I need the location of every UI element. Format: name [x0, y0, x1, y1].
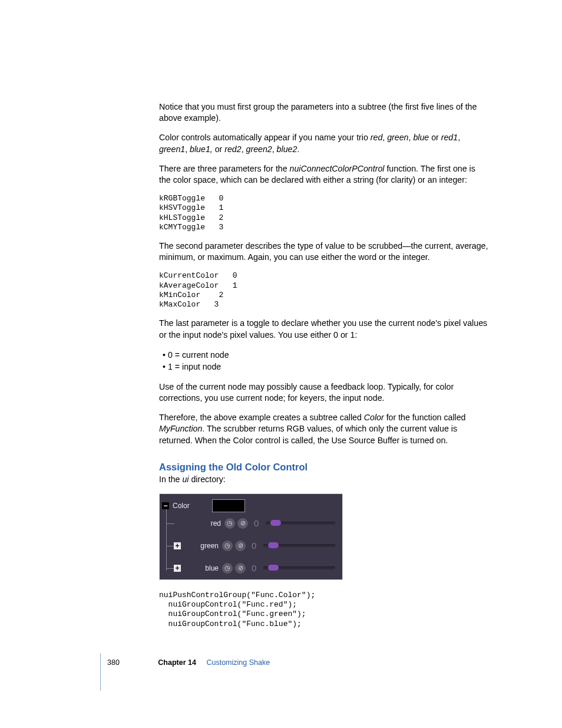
- paragraph: There are three parameters for the nuiCo…: [159, 163, 489, 186]
- term-blue2: blue2: [277, 144, 297, 154]
- color-control-panel: − Color red ◷ ⊘ 0 + green ◷ ⊘ 0 + blue ◷: [159, 493, 343, 580]
- chapter-title: Customizing Shake: [206, 658, 270, 667]
- text: There are three parameters for the: [159, 164, 290, 173]
- term-ui: ui: [182, 475, 189, 484]
- paragraph: The last parameter is a toggle to declar…: [159, 318, 489, 340]
- term-green: green: [387, 133, 408, 142]
- slider-knob[interactable]: [270, 520, 281, 526]
- term-red1: red1: [441, 133, 458, 142]
- page-footer: 380 Chapter 14 Customizing Shake: [107, 658, 270, 667]
- text: In the: [159, 475, 182, 484]
- expand-icon[interactable]: +: [174, 565, 181, 572]
- key-icon[interactable]: ⊘: [235, 541, 246, 551]
- term-green2: green2: [246, 144, 272, 154]
- term-red: red: [371, 133, 383, 142]
- term-red2: red2: [224, 144, 241, 154]
- param-label: green: [193, 542, 219, 550]
- text: or: [429, 133, 441, 142]
- code-block: kRGBToggle 0 kHSVToggle 1 kHLSToggle 2 k…: [159, 194, 489, 232]
- list-item: 1 = input node: [163, 361, 489, 373]
- color-swatch[interactable]: [212, 499, 245, 512]
- text: Therefore, the above example creates a s…: [159, 413, 364, 422]
- text: .: [297, 144, 299, 154]
- clock-icon[interactable]: ◷: [224, 518, 235, 529]
- chapter-label: Chapter 14: [158, 658, 196, 667]
- text: Color controls automatically appear if y…: [159, 133, 371, 142]
- text: ,: [458, 133, 460, 142]
- function-name: nuiConnectColorPControl: [290, 164, 385, 173]
- param-value[interactable]: 0: [252, 541, 256, 551]
- slider[interactable]: [263, 566, 335, 569]
- list-item: 0 = current node: [163, 349, 489, 361]
- term-green1: green1: [159, 144, 185, 154]
- paragraph: Therefore, the above example creates a s…: [159, 412, 489, 446]
- slider[interactable]: [266, 522, 335, 525]
- paragraph: The second parameter describes the type …: [159, 241, 489, 263]
- expand-icon[interactable]: +: [174, 542, 181, 549]
- paragraph: Use of the current node may possibly cau…: [159, 381, 489, 404]
- page-number: 380: [107, 658, 120, 667]
- param-row-green: + green ◷ ⊘ 0: [174, 538, 342, 554]
- key-icon[interactable]: ⊘: [235, 563, 246, 574]
- footer-rule: [100, 653, 101, 691]
- group-label: Color: [173, 502, 190, 510]
- text: ,: [272, 144, 277, 154]
- tree-line: [166, 523, 174, 524]
- tree-line: [166, 546, 174, 546]
- term-myfunction: MyFunction: [159, 424, 202, 433]
- color-group-header[interactable]: − Color: [162, 498, 342, 514]
- term-color: Color: [364, 413, 384, 422]
- slider[interactable]: [263, 544, 335, 547]
- bullet-list: 0 = current node 1 = input node: [159, 349, 489, 373]
- key-icon[interactable]: ⊘: [237, 518, 248, 529]
- slider-knob[interactable]: [268, 542, 279, 548]
- text: ,: [185, 144, 190, 154]
- param-label: blue: [193, 564, 219, 572]
- text: for the function called: [384, 413, 466, 422]
- param-row-red: red ◷ ⊘ 0: [195, 515, 342, 532]
- tree-line: [166, 507, 167, 571]
- text: ,: [242, 144, 246, 154]
- code-block: kCurrentColor 0 kAverageColor 1 kMinColo…: [159, 271, 489, 309]
- section-heading: Assigning the Old Color Control: [159, 462, 489, 473]
- text: . The scrubber returns RGB values, of wh…: [159, 424, 457, 444]
- text: or: [213, 144, 225, 154]
- term-blue1: blue1,: [190, 144, 213, 154]
- code-block: nuiPushControlGroup("Func.Color"); nuiGr…: [159, 591, 489, 629]
- paragraph: In the ui directory:: [159, 474, 489, 485]
- param-label: red: [195, 519, 221, 528]
- clock-icon[interactable]: ◷: [222, 563, 233, 574]
- tree-line: [166, 568, 174, 569]
- term-blue: blue: [413, 133, 429, 142]
- clock-icon[interactable]: ◷: [222, 541, 233, 551]
- paragraph: Notice that you must first group the par…: [159, 101, 489, 124]
- paragraph: Color controls automatically appear if y…: [159, 132, 489, 154]
- page-content: Notice that you must first group the par…: [159, 101, 489, 637]
- collapse-icon[interactable]: −: [162, 502, 169, 509]
- param-value[interactable]: 0: [254, 518, 259, 528]
- slider-knob[interactable]: [268, 565, 279, 571]
- param-row-blue: + blue ◷ ⊘ 0: [174, 560, 342, 577]
- param-value[interactable]: 0: [252, 563, 256, 573]
- text: directory:: [189, 475, 226, 484]
